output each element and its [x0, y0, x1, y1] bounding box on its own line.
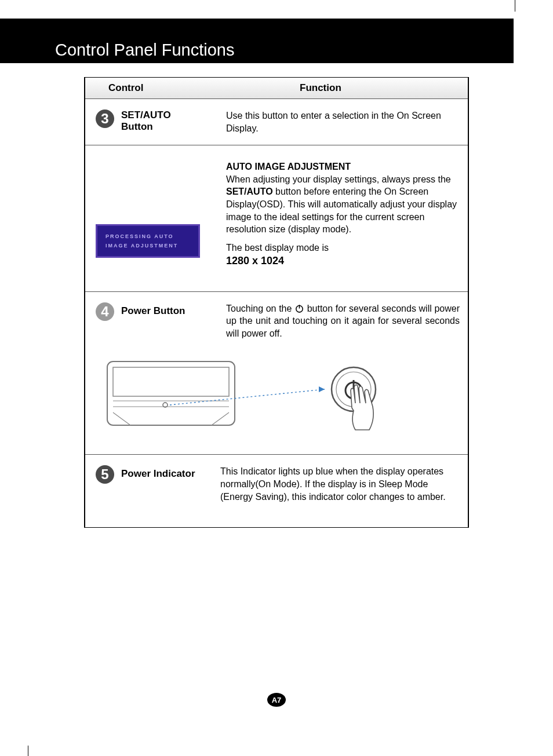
set-auto-label-1: SET/AUTO [121, 109, 171, 121]
number-3-icon: 3 [96, 109, 114, 128]
svg-rect-2 [107, 361, 235, 425]
osd-line-2: IMAGE ADJUSTMENT [105, 243, 198, 249]
auto-adj-body: When adjusting your display settings, al… [226, 173, 460, 236]
th-control: Control [85, 82, 248, 94]
table-header: Control Function [85, 78, 468, 99]
number-4-icon: 4 [96, 302, 114, 321]
best-mode-value: 1280 x 1024 [226, 254, 460, 268]
power-button-desc: Touching on the button for several secon… [226, 302, 460, 340]
functions-table: Control Function 3 SET/AUTO Button Use t… [84, 77, 469, 528]
auto-adj-heading: AUTO IMAGE ADJUSTMENT [226, 160, 460, 173]
power-diagram [96, 356, 460, 437]
power-icon [294, 304, 304, 313]
number-5-icon: 5 [96, 465, 114, 484]
row-set-auto-2: PROCESSING AUTO IMAGE ADJUSTMENT AUTO IM… [85, 145, 468, 291]
osd-line-1: PROCESSING AUTO [105, 233, 198, 239]
header-band: Control Panel Functions [0, 19, 514, 63]
osd-box-graphic: PROCESSING AUTO IMAGE ADJUSTMENT [96, 224, 200, 258]
svg-line-4 [170, 389, 325, 405]
set-auto-desc: Use this button to enter a selection in … [226, 109, 460, 134]
power-indicator-desc: This Indicator lights up blue when the d… [220, 465, 460, 503]
row-power-button: 4 Power Button Touching on the button fo… [85, 292, 468, 455]
th-function: Function [248, 82, 468, 94]
power-indicator-label: Power Indicator [121, 465, 195, 480]
set-auto-label-2: Button [121, 121, 171, 133]
svg-marker-5 [319, 386, 325, 392]
page-title: Control Panel Functions [55, 41, 235, 60]
page-number: A7 [267, 693, 286, 707]
best-mode-label: The best display mode is [226, 242, 460, 254]
power-button-label: Power Button [121, 302, 185, 317]
row-set-auto-1: 3 SET/AUTO Button Use this button to ent… [85, 99, 468, 145]
row-power-indicator: 5 Power Indicator This Indicator lights … [85, 455, 468, 527]
